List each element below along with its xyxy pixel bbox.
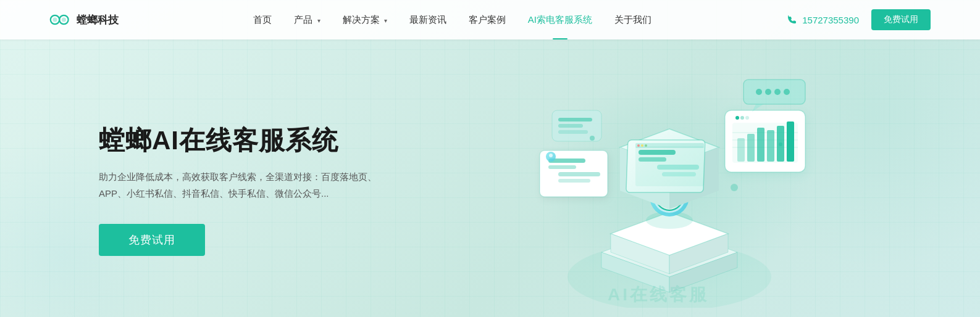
svg-point-62 <box>784 89 790 95</box>
free-trial-nav-button[interactable]: 免费试用 <box>871 9 931 30</box>
nav-item-ai-service[interactable]: AI索电客服系统 <box>528 14 592 26</box>
svg-rect-36 <box>639 157 666 162</box>
nav-item-news[interactable]: 最新资讯 <box>409 14 446 26</box>
nav-link-home[interactable]: 首页 <box>253 14 272 25</box>
nav-link-solutions[interactable]: 解决方案 ▾ <box>343 14 387 25</box>
logo-text: 螳螂科技 <box>77 13 119 27</box>
nav-link-cases[interactable]: 客户案例 <box>469 14 506 25</box>
nav-link-ai-service[interactable]: AI索电客服系统 <box>528 14 592 25</box>
logo-area[interactable]: 螳螂科技 <box>49 13 119 27</box>
hero-svg: AI在线客服 <box>478 49 848 308</box>
phone-number: 15727355390 <box>802 15 859 25</box>
svg-point-1 <box>52 17 57 22</box>
nav-links: 首页 产品 ▾ 解决方案 ▾ 最新资讯 客户案例 AI索电客 <box>253 14 651 26</box>
svg-point-74 <box>590 136 595 141</box>
hero-left: 螳螂AI在线客服系统 助力企业降低成本，高效获取客户线索，全渠道对接：百度落地页… <box>99 101 395 256</box>
svg-point-40 <box>637 144 640 147</box>
chevron-down-icon: ▾ <box>317 17 320 24</box>
svg-point-41 <box>641 144 643 147</box>
hero-section: 螳螂AI在线客服系统 助力企业降低成本，高效获取客户线索，全渠道对接：百度落地页… <box>0 39 980 317</box>
svg-rect-38 <box>662 172 696 176</box>
svg-rect-49 <box>747 134 755 162</box>
svg-rect-67 <box>558 179 590 183</box>
phone-area[interactable]: 15727355390 <box>786 14 859 25</box>
nav-item-solutions[interactable]: 解决方案 ▾ <box>343 14 387 26</box>
illustration-container: AI在线客服 <box>478 49 848 308</box>
svg-point-75 <box>731 184 738 191</box>
svg-rect-72 <box>558 124 583 128</box>
svg-point-56 <box>745 116 749 120</box>
nav-link-about[interactable]: 关于我们 <box>614 14 651 25</box>
svg-point-3 <box>62 17 66 22</box>
svg-rect-71 <box>558 118 592 121</box>
hero-title: 螳螂AI在线客服系统 <box>99 125 395 156</box>
svg-point-69 <box>549 154 553 157</box>
nav-link-news[interactable]: 最新资讯 <box>409 14 446 25</box>
logo-icon <box>49 13 72 27</box>
svg-point-54 <box>735 116 739 120</box>
svg-rect-35 <box>639 150 676 155</box>
svg-rect-48 <box>737 138 745 162</box>
svg-rect-37 <box>657 165 699 170</box>
nav-item-home[interactable]: 首页 <box>253 14 272 26</box>
navbar: 螳螂科技 首页 产品 ▾ 解决方案 ▾ 最新资讯 <box>0 0 980 39</box>
svg-point-55 <box>740 116 744 120</box>
svg-rect-66 <box>558 172 600 176</box>
svg-rect-51 <box>767 130 774 162</box>
chevron-down-icon: ▾ <box>384 17 387 24</box>
svg-text:AI在线客服: AI在线客服 <box>608 284 709 304</box>
nav-item-cases[interactable]: 客户案例 <box>469 14 506 26</box>
svg-rect-50 <box>757 128 764 162</box>
svg-point-42 <box>645 144 647 147</box>
nav-right: 15727355390 免费试用 <box>786 9 931 30</box>
nav-link-products[interactable]: 产品 ▾ <box>294 14 320 25</box>
nav-item-products[interactable]: 产品 ▾ <box>294 14 320 26</box>
nav-item-about[interactable]: 关于我们 <box>614 14 651 26</box>
svg-point-60 <box>765 89 771 95</box>
phone-icon <box>786 14 797 25</box>
svg-rect-53 <box>787 121 794 162</box>
free-trial-hero-button[interactable]: 免费试用 <box>99 224 205 256</box>
hero-illustration: AI在线客服 <box>395 39 931 317</box>
svg-point-76 <box>779 142 782 146</box>
svg-point-61 <box>774 89 781 95</box>
hero-description: 助力企业降低成本，高效获取客户线索，全渠道对接：百度落地页、APP、小红书私信、… <box>99 168 395 202</box>
svg-rect-73 <box>558 130 588 134</box>
svg-rect-65 <box>548 165 576 169</box>
svg-point-59 <box>756 89 762 95</box>
page-wrapper: 螳螂科技 首页 产品 ▾ 解决方案 ▾ 最新资讯 <box>0 0 980 317</box>
